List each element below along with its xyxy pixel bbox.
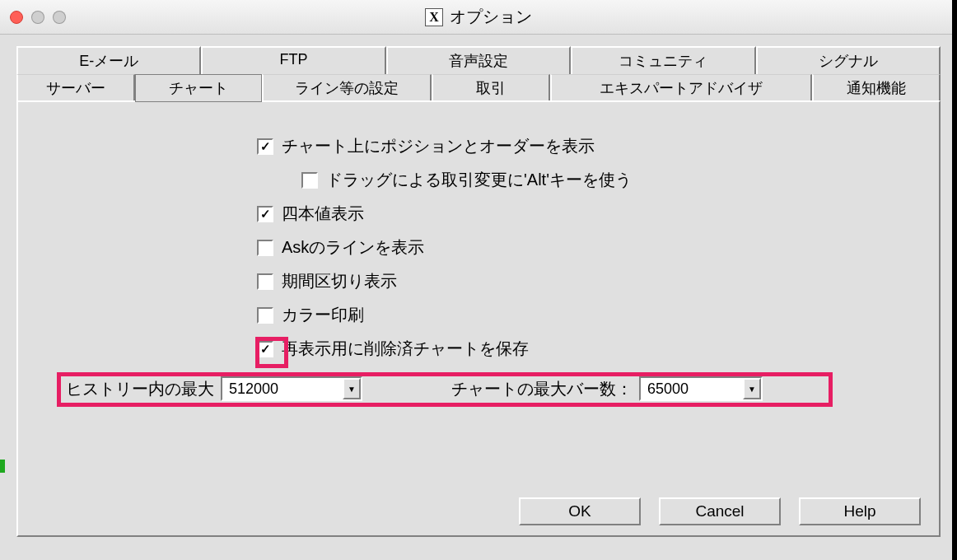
tab-ftp[interactable]: FTP xyxy=(201,46,385,74)
app-logo-icon: X xyxy=(425,8,443,26)
option-label: 四本値表示 xyxy=(282,203,364,225)
option-label: 再表示用に削除済チャートを保存 xyxy=(282,338,529,360)
option-show-positions[interactable]: チャート上にポジションとオーダーを表示 xyxy=(257,135,939,157)
checkbox-show-positions[interactable] xyxy=(257,138,273,155)
help-button[interactable]: Help xyxy=(799,497,921,525)
cancel-button[interactable]: Cancel xyxy=(659,497,781,525)
tab-line-settings[interactable]: ライン等の設定 xyxy=(262,74,432,102)
titlebar: X オプション xyxy=(0,0,957,35)
chevron-down-icon[interactable] xyxy=(343,378,361,399)
option-label: 期間区切り表示 xyxy=(282,270,397,292)
option-label: ドラッグによる取引変更に'Alt'キーを使う xyxy=(326,169,632,191)
checkbox-save-deleted-charts[interactable] xyxy=(257,341,273,357)
option-ask-line[interactable]: Askのラインを表示 xyxy=(257,236,939,259)
tab-chart[interactable]: チャート xyxy=(135,74,262,102)
option-save-deleted-charts[interactable]: 再表示用に削除済チャートを保存 xyxy=(257,338,939,360)
option-label: Askのラインを表示 xyxy=(282,236,424,259)
option-ohlc[interactable]: 四本値表示 xyxy=(257,203,939,225)
tab-row-upper: E-メール FTP 音声設定 コミュニティ シグナル xyxy=(16,46,941,74)
tab-trade[interactable]: 取引 xyxy=(432,74,550,102)
chevron-down-icon[interactable] xyxy=(743,378,761,399)
chart-max-bars-label: チャートの最大バー数： xyxy=(451,378,633,400)
window-close-button[interactable] xyxy=(10,11,23,24)
option-period-separators[interactable]: 期間区切り表示 xyxy=(257,270,939,292)
window-title: オプション xyxy=(450,6,532,28)
option-label: チャート上にポジションとオーダーを表示 xyxy=(282,135,595,157)
option-label: カラー印刷 xyxy=(282,304,364,326)
checkbox-alt-drag[interactable] xyxy=(301,172,318,189)
right-edge-border xyxy=(952,0,957,560)
tab-sound[interactable]: 音声設定 xyxy=(386,46,571,74)
history-max-label: ヒストリー内の最大 xyxy=(66,378,214,400)
checkbox-period-separators[interactable] xyxy=(257,273,273,290)
tab-community[interactable]: コミュニティ xyxy=(571,46,755,74)
tab-signal[interactable]: シグナル xyxy=(756,46,941,74)
option-alt-drag[interactable]: ドラッグによる取引変更に'Alt'キーを使う xyxy=(301,169,939,191)
window-title-area: X オプション xyxy=(425,6,532,28)
tab-expert-advisor[interactable]: エキスパートアドバイザ xyxy=(550,74,811,102)
tab-row-lower: サーバー チャート ライン等の設定 取引 エキスパートアドバイザ 通知機能 xyxy=(16,74,941,102)
left-edge-marker xyxy=(0,460,5,473)
chart-max-bars-combo[interactable]: 65000 xyxy=(639,376,763,401)
dialog-button-row: OK Cancel Help xyxy=(519,497,921,525)
checkbox-color-print[interactable] xyxy=(257,307,273,324)
tab-server[interactable]: サーバー xyxy=(16,74,135,102)
chart-options-list: チャート上にポジションとオーダーを表示 ドラッグによる取引変更に'Alt'キーを… xyxy=(257,135,939,360)
window-controls xyxy=(10,11,66,24)
tab-notifications[interactable]: 通知機能 xyxy=(812,74,941,102)
checkbox-ask-line[interactable] xyxy=(257,240,273,256)
tab-panel-chart: チャート上にポジションとオーダーを表示 ドラッグによる取引変更に'Alt'キーを… xyxy=(16,100,941,537)
ok-button[interactable]: OK xyxy=(519,497,641,525)
options-dialog-body: E-メール FTP 音声設定 コミュニティ シグナル サーバー チャート ライン… xyxy=(16,46,941,537)
history-max-value[interactable]: 512000 xyxy=(222,380,343,398)
window-minimize-button[interactable] xyxy=(31,11,44,24)
history-max-combo[interactable]: 512000 xyxy=(221,376,362,401)
option-color-print[interactable]: カラー印刷 xyxy=(257,304,939,326)
window-maximize-button[interactable] xyxy=(53,11,66,24)
bar-count-row: ヒストリー内の最大 512000 チャートの最大バー数： 65000 xyxy=(66,376,763,401)
checkbox-ohlc[interactable] xyxy=(257,206,273,222)
tab-email[interactable]: E-メール xyxy=(16,46,201,74)
chart-max-bars-value[interactable]: 65000 xyxy=(641,380,743,398)
